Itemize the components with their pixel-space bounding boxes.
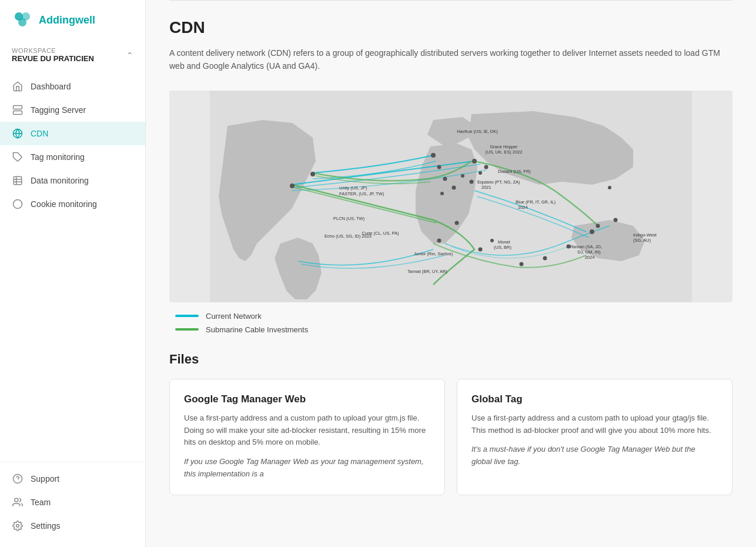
- file-card-gtm: Google Tag Manager Web Use a first-party…: [169, 379, 445, 495]
- sidebar-item-label: Dashboard: [31, 82, 71, 91]
- svg-rect-4: [14, 111, 22, 115]
- tag-icon: [12, 151, 24, 163]
- sidebar-item-dashboard[interactable]: Dashboard: [0, 75, 145, 98]
- top-divider: [169, 0, 732, 1]
- svg-point-28: [452, 185, 456, 189]
- svg-point-26: [443, 176, 447, 181]
- sidebar-item-label: Team: [31, 498, 51, 507]
- files-section-title: Files: [169, 352, 732, 367]
- sidebar-item-label: Support: [31, 474, 59, 483]
- workspace-name: REVUE DU PRATICIEN: [12, 54, 94, 63]
- svg-text:Havfrue (US, IE, DK): Havfrue (US, IE, DK): [457, 129, 498, 134]
- svg-text:Raman (SA, JO,: Raman (SA, JO,: [570, 244, 603, 249]
- sidebar-item-data-monitoring[interactable]: Data monitoring: [0, 169, 145, 192]
- gtm-card-desc: Use a first-party address and a custom p…: [184, 412, 430, 449]
- support-icon: [12, 473, 24, 485]
- legend-submarine: Submarine Cable Investments: [175, 325, 727, 334]
- svg-text:Tannat (BR, UY, AR): Tannat (BR, UY, AR): [407, 269, 447, 274]
- svg-rect-3: [14, 106, 22, 109]
- workspace-selector[interactable]: Workspace REVUE DU PRATICIEN ⌃: [0, 40, 145, 70]
- cookie-icon: [12, 198, 24, 210]
- svg-text:Unity (US, JP): Unity (US, JP): [339, 185, 367, 191]
- workspace-label: Workspace: [12, 47, 94, 54]
- sidebar-item-tag-monitoring[interactable]: Tag monitoring: [0, 145, 145, 169]
- chevron-icon: ⌃: [126, 51, 133, 60]
- svg-text:(US, BR): (US, BR): [494, 245, 512, 250]
- globe-icon: [12, 128, 24, 139]
- svg-point-22: [470, 179, 474, 184]
- svg-rect-10: [14, 176, 22, 185]
- svg-text:Equiano (PT, NG, ZA): Equiano (PT, NG, ZA): [477, 179, 520, 185]
- svg-point-33: [490, 239, 494, 242]
- svg-point-14: [14, 200, 22, 209]
- svg-text:(SG, AU): (SG, AU): [633, 238, 651, 243]
- app-name: Addingwell: [39, 14, 95, 26]
- global-tag-card-title: Global Tag: [471, 393, 718, 405]
- gtm-card-note: If you use Google Tag Manager Web as you…: [184, 456, 430, 481]
- svg-point-42: [310, 172, 315, 176]
- svg-text:DJ, OM, IN): DJ, OM, IN): [577, 249, 601, 255]
- gtm-card-title: Google Tag Manager Web: [184, 393, 430, 405]
- svg-text:PLCN (US, TW): PLCN (US, TW): [333, 216, 365, 221]
- svg-point-36: [590, 229, 594, 234]
- file-card-global-tag: Global Tag Use a first-party address and…: [457, 379, 732, 495]
- svg-point-40: [608, 186, 611, 189]
- home-icon: [12, 81, 24, 92]
- world-map-svg: Havfrue (US, IE, DK) Grace Hopper (US, U…: [169, 91, 732, 302]
- sidebar-item-settings[interactable]: Settings: [0, 514, 145, 538]
- svg-text:Monet: Monet: [498, 239, 511, 245]
- svg-text:2024: 2024: [585, 255, 595, 260]
- current-network-line: [175, 315, 199, 317]
- files-grid: Google Tag Manager Web Use a first-party…: [169, 379, 732, 495]
- svg-text:Curie (CL, US, PA): Curie (CL, US, PA): [362, 231, 399, 236]
- svg-point-41: [290, 184, 295, 188]
- svg-point-34: [520, 262, 524, 266]
- sidebar-bottom-nav: Support Team Settings: [0, 462, 145, 547]
- svg-text:Blue (FR, IT, GR, IL): Blue (FR, IT, GR, IL): [516, 199, 556, 205]
- svg-text:Grace Hopper: Grace Hopper: [490, 144, 518, 149]
- sidebar: Addingwell Workspace REVUE DU PRATICIEN …: [0, 0, 146, 547]
- sidebar-item-team[interactable]: Team: [0, 491, 145, 514]
- page-title: CDN: [169, 18, 732, 37]
- sidebar-item-cdn[interactable]: CDN: [0, 122, 145, 145]
- svg-text:FASTER, (US, JP, TW): FASTER, (US, JP, TW): [339, 191, 384, 196]
- sidebar-item-label: Settings: [31, 521, 61, 531]
- svg-point-35: [543, 256, 547, 260]
- main-nav: Dashboard Tagging Server CDN Tag monitor…: [0, 70, 145, 462]
- data-icon: [12, 175, 24, 186]
- submarine-cable-line: [175, 328, 199, 331]
- logo[interactable]: Addingwell: [0, 0, 145, 40]
- svg-point-21: [484, 165, 489, 169]
- sidebar-item-label: Tagging Server: [31, 105, 86, 115]
- logo-icon: [12, 9, 33, 31]
- svg-point-17: [15, 498, 18, 502]
- page-description: A content delivery network (CDN) refers …: [169, 46, 732, 73]
- global-tag-card-note: It's a must-have if you don't use Google…: [471, 443, 718, 468]
- svg-point-27: [461, 174, 464, 178]
- svg-point-30: [455, 221, 459, 225]
- global-tag-card-desc: Use a first-party address and a custom p…: [471, 412, 718, 437]
- sidebar-item-tagging-server[interactable]: Tagging Server: [0, 98, 145, 122]
- svg-text:(US, UK, ES) 2022: (US, UK, ES) 2022: [486, 149, 523, 155]
- legend-current: Current Network: [175, 312, 727, 321]
- sidebar-item-label: Cookie monitoring: [31, 199, 97, 209]
- svg-point-23: [479, 171, 482, 175]
- sidebar-item-cookie-monitoring[interactable]: Cookie monitoring: [0, 192, 145, 216]
- svg-point-18: [16, 525, 19, 528]
- sidebar-item-support[interactable]: Support: [0, 467, 145, 491]
- legend-current-label: Current Network: [206, 312, 262, 321]
- main-content: CDN A content delivery network (CDN) ref…: [146, 0, 756, 547]
- sidebar-item-label: Tag monitoring: [31, 152, 85, 162]
- legend-submarine-label: Submarine Cable Investments: [206, 325, 308, 334]
- settings-icon: [12, 520, 24, 532]
- svg-point-31: [437, 238, 441, 242]
- svg-point-38: [614, 218, 618, 222]
- server-icon: [12, 104, 24, 116]
- team-icon: [12, 496, 24, 508]
- svg-point-29: [440, 192, 444, 195]
- svg-point-37: [596, 224, 600, 228]
- svg-point-20: [472, 159, 477, 164]
- svg-text:Junior (Rio, Santos): Junior (Rio, Santos): [414, 251, 453, 256]
- svg-point-25: [437, 165, 441, 169]
- svg-text:Indigo-West: Indigo-West: [633, 232, 657, 238]
